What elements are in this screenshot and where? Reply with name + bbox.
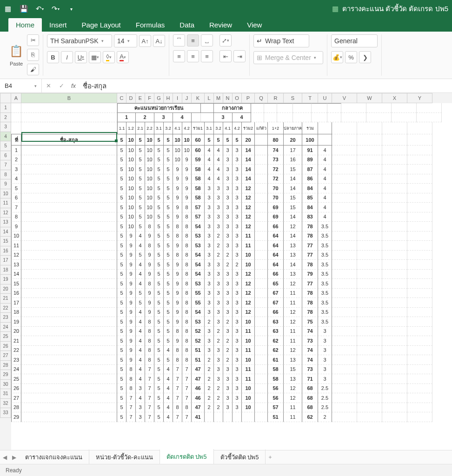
cell[interactable]: [407, 184, 432, 193]
cell[interactable]: 5: [154, 327, 164, 337]
cell[interactable]: [357, 365, 382, 375]
cell[interactable]: 3.5: [318, 317, 332, 327]
cell[interactable]: 5: [154, 134, 164, 145]
cell[interactable]: 5: [117, 336, 126, 346]
cell[interactable]: [255, 393, 268, 403]
cell[interactable]: [214, 412, 223, 422]
cell[interactable]: 10: [242, 355, 255, 365]
cell[interactable]: 73: [268, 155, 284, 165]
cell[interactable]: 10: [145, 203, 154, 212]
cell[interactable]: 5: [136, 298, 145, 308]
cell[interactable]: 4: [318, 184, 332, 193]
cell[interactable]: 54: [192, 260, 205, 270]
column-header[interactable]: J: [182, 93, 192, 103]
cell[interactable]: [382, 222, 407, 231]
cell[interactable]: 3: [233, 298, 242, 308]
cell[interactable]: 10: [242, 317, 255, 327]
cell[interactable]: 5: [154, 393, 164, 403]
cell[interactable]: 5: [154, 403, 164, 413]
cell[interactable]: 4: [136, 317, 145, 327]
cell[interactable]: [332, 193, 357, 203]
cell[interactable]: 5: [11, 184, 21, 193]
column-header[interactable]: M: [214, 93, 223, 103]
cell[interactable]: 5: [164, 222, 173, 231]
cell[interactable]: [332, 203, 357, 212]
row-header[interactable]: 23: [0, 313, 11, 323]
cell[interactable]: [382, 355, 407, 365]
cell[interactable]: [332, 174, 357, 184]
cell[interactable]: 3: [223, 155, 233, 165]
tab-view[interactable]: View: [239, 18, 269, 32]
cell[interactable]: 9: [173, 212, 182, 222]
cell[interactable]: 4.1: [173, 122, 182, 134]
cell[interactable]: 77: [302, 251, 318, 260]
cell[interactable]: [21, 165, 117, 174]
cell[interactable]: 3: [223, 403, 233, 413]
cell[interactable]: 5: [117, 403, 126, 413]
cell[interactable]: 3: [233, 365, 242, 375]
cell[interactable]: 58: [268, 374, 284, 384]
cell[interactable]: 7: [145, 384, 154, 394]
cell[interactable]: 3: [223, 308, 233, 317]
cell[interactable]: 5: [164, 336, 173, 346]
cell[interactable]: 15: [284, 165, 302, 174]
cell[interactable]: [357, 374, 382, 384]
cell[interactable]: [251, 103, 264, 113]
cell[interactable]: [327, 103, 341, 113]
cell[interactable]: 5: [117, 222, 126, 231]
cell[interactable]: 2: [214, 384, 223, 394]
cell[interactable]: 5: [117, 279, 126, 289]
cell[interactable]: [255, 203, 268, 212]
cell[interactable]: [255, 231, 268, 241]
cell[interactable]: 3: [318, 365, 332, 375]
cell[interactable]: 5: [117, 384, 126, 394]
row-header[interactable]: 1: [0, 103, 11, 113]
tab-formulas[interactable]: Formulas: [128, 18, 173, 32]
cell[interactable]: [312, 103, 327, 113]
sheet-tab[interactable]: ตารางแจกแจงคะแนน: [19, 450, 89, 465]
cell[interactable]: 3: [233, 174, 242, 184]
cell[interactable]: 26: [11, 384, 21, 394]
cell[interactable]: 54: [192, 270, 205, 279]
row-header[interactable]: 2: [0, 113, 11, 123]
cell[interactable]: 3: [205, 193, 214, 203]
cell[interactable]: 5: [205, 134, 214, 145]
cell[interactable]: 3: [233, 270, 242, 279]
cell[interactable]: [382, 145, 407, 155]
cell[interactable]: [332, 403, 357, 413]
cell[interactable]: 78: [302, 308, 318, 317]
cell[interactable]: 61: [268, 355, 284, 365]
cell[interactable]: [21, 241, 117, 251]
add-sheet-button[interactable]: ＋: [266, 453, 275, 461]
column-header[interactable]: G: [154, 93, 164, 103]
cell[interactable]: 4: [164, 403, 173, 413]
cell[interactable]: [327, 113, 341, 123]
cell[interactable]: [21, 384, 117, 394]
cell[interactable]: 1+2: [268, 122, 284, 134]
cell[interactable]: [255, 241, 268, 251]
increase-indent-button[interactable]: ⇥: [233, 50, 246, 62]
cell[interactable]: 3: [223, 270, 233, 279]
column-header[interactable]: K: [192, 93, 205, 103]
cell[interactable]: 5: [164, 298, 173, 308]
tab-home[interactable]: Home: [8, 18, 42, 32]
cell[interactable]: 2: [205, 374, 214, 384]
row-header[interactable]: 21: [0, 294, 11, 304]
cell[interactable]: 2: [318, 412, 332, 422]
cell[interactable]: [21, 355, 117, 365]
cell[interactable]: 65: [268, 279, 284, 289]
column-header[interactable]: O: [233, 93, 242, 103]
cell[interactable]: 10: [126, 165, 136, 174]
cell[interactable]: 9: [145, 231, 154, 241]
cell[interactable]: 5: [214, 134, 223, 145]
cell[interactable]: [407, 155, 432, 165]
cell[interactable]: 4: [214, 174, 223, 184]
cell[interactable]: [201, 113, 214, 123]
cell[interactable]: 5: [117, 317, 126, 327]
tab-review[interactable]: Review: [202, 18, 239, 32]
cell[interactable]: 9: [145, 308, 154, 317]
cell[interactable]: 5: [154, 289, 164, 298]
cell[interactable]: 77: [302, 241, 318, 251]
cell[interactable]: 10: [145, 155, 154, 165]
cell[interactable]: [332, 384, 357, 394]
